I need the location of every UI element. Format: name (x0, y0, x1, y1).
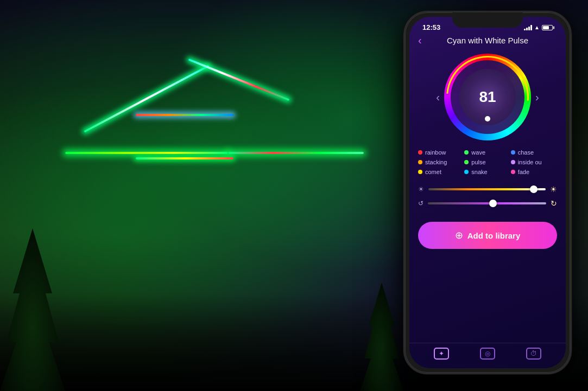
nav-icon-schedule: ⏱ (526, 348, 541, 360)
upper-eave-lights (136, 157, 233, 159)
phone-notch (452, 12, 523, 28)
color-wheel[interactable]: 81 (444, 54, 531, 140)
effect-dot-inside-out (511, 160, 515, 164)
sliders-section: ☀ ☀ ↺ ↻ (409, 181, 566, 217)
phone-screen: 12:53 ▲ ‹ Cyan with White (409, 17, 566, 368)
nav-item-schedule[interactable]: ⏱ (526, 348, 541, 360)
effect-label-chase: chase (518, 149, 534, 156)
speed-thumb[interactable] (489, 200, 497, 207)
effect-dot-snake (464, 170, 469, 174)
wheel-thumb[interactable] (485, 116, 490, 121)
effect-pulse[interactable]: pulse (464, 159, 510, 165)
color-wheel-section: ‹ 81 › (409, 49, 566, 145)
effect-label-wave: wave (471, 149, 485, 156)
effects-row-3: comet snake fade (418, 169, 557, 175)
roof-left-lights (84, 65, 209, 133)
effect-fade[interactable]: fade (511, 169, 557, 175)
effect-label-snake: snake (471, 169, 487, 175)
effect-wave[interactable]: wave (464, 149, 510, 156)
phone-frame: 12:53 ▲ ‹ Cyan with White (403, 11, 572, 374)
wifi-icon: ▲ (534, 24, 540, 30)
effect-label-comet: comet (425, 169, 441, 175)
effects-row-2: stacking pulse inside ou (418, 159, 557, 165)
eave-right-lights (228, 152, 364, 154)
effect-dot-stacking (418, 160, 422, 164)
signal-icon (524, 25, 532, 30)
effect-dot-chase (511, 150, 515, 155)
nav-item-scenes[interactable]: ◎ (480, 348, 495, 360)
speed-slider-row: ↺ ↻ (418, 199, 557, 208)
phone-mockup: 12:53 ▲ ‹ Cyan with White (403, 11, 572, 374)
roof-right-lights (188, 59, 290, 101)
add-icon: ⊕ (455, 229, 463, 241)
effect-chase[interactable]: chase (511, 149, 557, 156)
nav-item-effects[interactable]: ✦ (434, 348, 449, 360)
effect-comet[interactable]: comet (418, 169, 464, 175)
prev-arrow[interactable]: ‹ (432, 91, 444, 104)
next-arrow[interactable]: › (531, 91, 543, 104)
brightness-icon-right: ☀ (550, 185, 557, 194)
brightness-icon-left: ☀ (418, 185, 424, 193)
wheel-arc-highlight (429, 39, 546, 155)
status-icons: ▲ (524, 24, 553, 30)
bottom-nav: ✦ ◎ ⏱ (409, 343, 566, 368)
effect-label-stacking: stacking (425, 159, 447, 165)
battery-icon (542, 25, 553, 30)
effect-label-inside-out: inside ou (518, 159, 542, 165)
effects-grid: rainbow wave chase stacking (409, 145, 566, 181)
effect-dot-comet (418, 170, 422, 174)
effect-dot-wave (464, 150, 469, 155)
upper-roof-lights (136, 114, 233, 116)
brightness-slider[interactable] (428, 188, 546, 190)
eave-left-lights (65, 152, 228, 154)
brightness-thumb[interactable] (530, 185, 538, 193)
add-to-library-label: Add to library (467, 231, 521, 240)
effect-dot-fade (511, 170, 515, 174)
effect-dot-pulse (464, 160, 469, 164)
effect-rainbow[interactable]: rainbow (418, 149, 464, 156)
effect-snake[interactable]: snake (464, 169, 510, 175)
effect-label-rainbow: rainbow (425, 149, 446, 156)
nav-icon-scenes: ◎ (480, 348, 495, 360)
nav-icon-effects: ✦ (434, 348, 449, 360)
effects-row-1: rainbow wave chase (418, 149, 557, 156)
speed-icon-right: ↻ (551, 199, 557, 208)
effect-stacking[interactable]: stacking (418, 159, 464, 165)
effect-label-fade: fade (518, 169, 529, 175)
status-time: 12:53 (422, 23, 440, 31)
back-button[interactable]: ‹ (418, 34, 422, 47)
screen-header: ‹ Cyan with White Pulse (409, 34, 566, 49)
screen-title: Cyan with White Pulse (447, 36, 528, 45)
effect-inside-out[interactable]: inside ou (511, 159, 557, 165)
speed-icon-left: ↺ (418, 200, 423, 207)
effect-dot-rainbow (418, 150, 422, 155)
add-to-library-button[interactable]: ⊕ Add to library (418, 222, 557, 249)
brightness-slider-row: ☀ ☀ (418, 185, 557, 194)
effect-label-pulse: pulse (471, 159, 485, 165)
speed-slider[interactable] (428, 202, 546, 204)
